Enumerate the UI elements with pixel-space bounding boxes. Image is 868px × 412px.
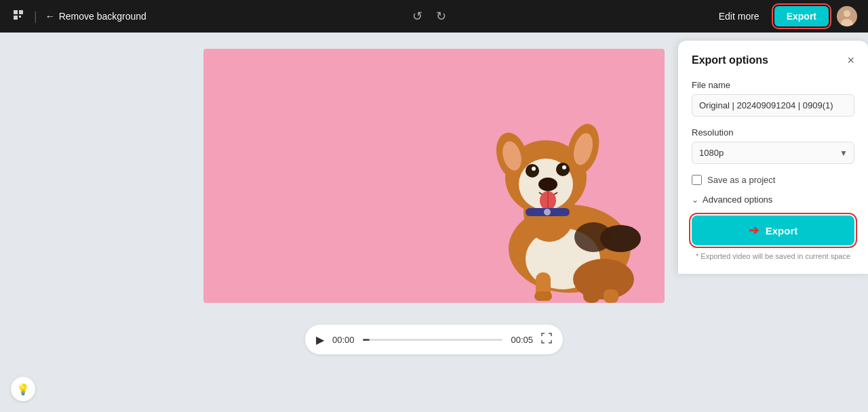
back-arrow-icon: ← bbox=[45, 11, 55, 22]
svg-rect-7 bbox=[604, 289, 618, 303]
hint-bulb[interactable]: 💡 bbox=[11, 377, 35, 401]
resolution-select[interactable]: 720p 1080p 4K bbox=[692, 142, 854, 164]
svg-point-5 bbox=[573, 259, 634, 300]
panel-header: Export options × bbox=[692, 54, 854, 66]
edit-more-button[interactable]: Edit more bbox=[712, 7, 766, 26]
resolution-select-wrapper: 720p 1080p 4K ▼ bbox=[692, 142, 854, 164]
svg-point-18 bbox=[526, 164, 539, 178]
export-panel-label: Export bbox=[766, 225, 798, 236]
file-name-input[interactable] bbox=[692, 94, 854, 117]
export-nav-button[interactable]: Export bbox=[774, 6, 829, 26]
progress-bar[interactable] bbox=[363, 339, 503, 341]
nav-divider: | bbox=[34, 9, 37, 24]
time-current: 00:00 bbox=[332, 335, 355, 345]
svg-point-20 bbox=[532, 167, 536, 171]
main-area: ▶ 00:00 00:05 💡 Export options × File na… bbox=[0, 33, 868, 412]
video-content bbox=[203, 49, 665, 303]
page-title: Remove background bbox=[59, 11, 146, 22]
resolution-label: Resolution bbox=[692, 127, 854, 138]
svg-point-19 bbox=[556, 163, 570, 176]
file-name-label: File name bbox=[692, 80, 854, 90]
save-note: * Exported video will be saved in curren… bbox=[692, 252, 854, 260]
video-frame bbox=[203, 49, 665, 303]
svg-rect-6 bbox=[583, 283, 600, 303]
svg-point-27 bbox=[574, 222, 612, 252]
topnav-center-controls: ↺ ↻ bbox=[155, 9, 704, 24]
svg-point-22 bbox=[538, 178, 557, 191]
chevron-down-icon: ⌄ bbox=[692, 195, 698, 205]
export-panel-button[interactable]: ➔ Export bbox=[692, 215, 854, 245]
back-button[interactable]: ← Remove background bbox=[45, 11, 146, 22]
panel-title: Export options bbox=[692, 54, 768, 66]
save-as-project-row: Save as a project bbox=[692, 175, 854, 185]
undo-button[interactable]: ↺ bbox=[412, 9, 422, 24]
advanced-options-row[interactable]: ⌄ Advanced options bbox=[692, 194, 854, 205]
export-panel: Export options × File name Resolution 72… bbox=[678, 41, 868, 274]
play-button[interactable]: ▶ bbox=[316, 333, 324, 346]
redo-button[interactable]: ↻ bbox=[436, 9, 446, 24]
avatar[interactable] bbox=[837, 6, 857, 26]
advanced-options-label: Advanced options bbox=[703, 194, 772, 205]
fullscreen-button[interactable] bbox=[541, 333, 552, 346]
save-as-project-checkbox[interactable] bbox=[692, 175, 702, 185]
progress-fill bbox=[363, 339, 370, 341]
panel-close-button[interactable]: × bbox=[847, 54, 854, 66]
topnav: | ← Remove background ↺ ↻ Edit more Expo… bbox=[0, 0, 868, 33]
video-controls: ▶ 00:00 00:05 bbox=[305, 325, 563, 354]
svg-point-1 bbox=[844, 10, 850, 17]
topnav-right: Edit more Export bbox=[712, 6, 857, 26]
logo-icon[interactable] bbox=[11, 7, 26, 26]
time-total: 00:05 bbox=[511, 335, 533, 345]
svg-point-26 bbox=[544, 209, 551, 215]
export-arrow-icon: ➔ bbox=[749, 223, 759, 238]
save-as-project-label: Save as a project bbox=[707, 175, 775, 185]
svg-rect-9 bbox=[534, 291, 552, 301]
svg-point-21 bbox=[562, 165, 566, 169]
